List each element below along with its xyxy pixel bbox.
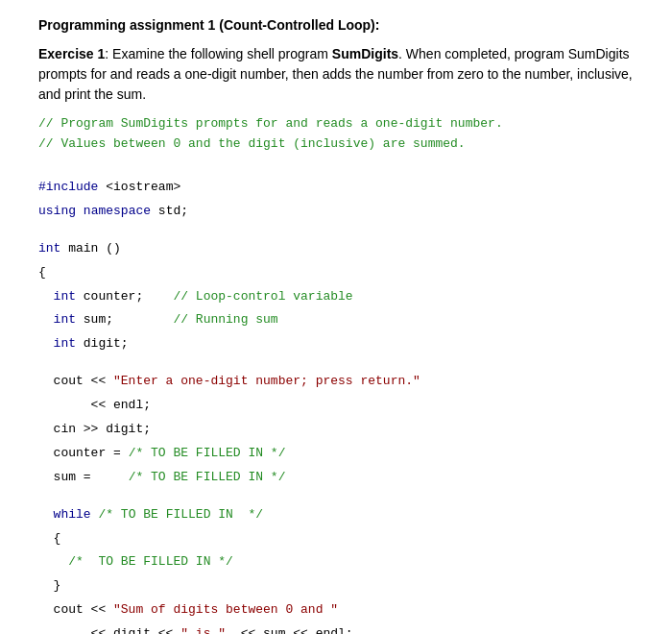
code-line-2: using namespace std; — [38, 202, 634, 222]
code-line-1: #include <iostream> — [38, 178, 634, 198]
code-line-5: { — [38, 263, 634, 283]
exercise-label: Exercise 1 — [38, 46, 105, 61]
code-comment-line-1: // Program SumDigits prompts for and rea… — [38, 114, 634, 134]
code-line-10: cout << "Enter a one-digit number; press… — [38, 372, 634, 392]
code-line-9 — [38, 358, 634, 368]
code-line-8: int digit; — [38, 334, 634, 354]
code-line-20: cout << "Sum of digits between 0 and " — [38, 600, 634, 621]
program-name: SumDigits — [332, 46, 398, 61]
code-line-19: } — [38, 576, 634, 597]
code-line-0 — [38, 164, 634, 174]
code-line-13: counter = /* TO BE FILLED IN */ — [38, 444, 634, 464]
code-line-7: int sum; // Running sum — [38, 310, 634, 330]
code-line-11: << endl; — [38, 396, 634, 416]
code-line-6: int counter; // Loop-control variable — [38, 287, 634, 307]
code-comments-block: // Program SumDigits prompts for and rea… — [38, 114, 634, 155]
code-line-21: << digit << " is " << sum << endl; — [38, 624, 634, 634]
code-line-14: sum = /* TO BE FILLED IN */ — [38, 468, 634, 488]
title: Programming assignment 1 (Count-Controll… — [38, 17, 634, 33]
code-section: #include <iostream>using namespace std; … — [38, 164, 634, 634]
code-line-15 — [38, 491, 634, 500]
code-line-18: /* TO BE FILLED IN */ — [38, 552, 634, 573]
code-comment-line-2: // Values between 0 and the digit (inclu… — [38, 134, 634, 155]
exercise-description: : Examine the following shell program — [105, 46, 332, 61]
code-line-3 — [38, 226, 634, 235]
code-line-16: while /* TO BE FILLED IN */ — [38, 505, 634, 525]
code-line-4: int main () — [38, 239, 634, 259]
code-line-17: { — [38, 529, 634, 549]
code-line-12: cin >> digit; — [38, 420, 634, 440]
